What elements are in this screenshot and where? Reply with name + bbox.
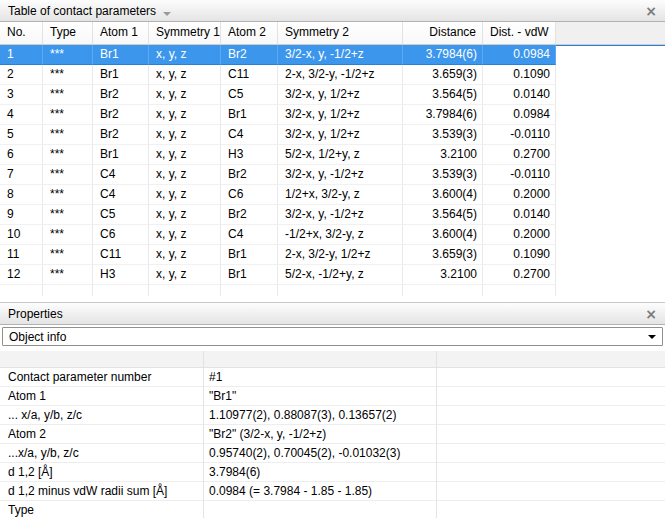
cell-symmetry2[interactable]: 2-x, 3/2-y, 1/2+z xyxy=(278,245,403,265)
cell-atom2[interactable]: C4 xyxy=(221,225,278,245)
cell-atom1[interactable]: C11 xyxy=(93,245,149,265)
cell-symmetry1[interactable]: x, y, z xyxy=(149,185,221,205)
table-row[interactable]: 4 *** Br2 x, y, z Br1 3/2-x, y, 1/2+z 3.… xyxy=(0,105,665,125)
cell-symmetry1[interactable]: x, y, z xyxy=(149,245,221,265)
cell-symmetry2[interactable]: 3/2-x, y, 1/2+z xyxy=(278,85,403,105)
cell-dist-vdw[interactable]: 0.2700 xyxy=(483,265,556,285)
column-header-symmetry1[interactable]: Symmetry 1 xyxy=(149,22,221,44)
cell-type[interactable]: *** xyxy=(43,85,93,105)
cell-atom2[interactable]: H3 xyxy=(221,145,278,165)
cell-atom1[interactable]: Br2 xyxy=(93,125,149,145)
table-row[interactable]: 2 *** Br1 x, y, z C11 2-x, 3/2-y, -1/2+z… xyxy=(0,65,665,85)
table-row[interactable]: 1 *** Br1 x, y, z Br2 3/2-x, y, -1/2+z 3… xyxy=(0,45,665,65)
cell-type[interactable]: *** xyxy=(43,125,93,145)
cell-type[interactable]: *** xyxy=(43,245,93,265)
cell-atom1[interactable]: H3 xyxy=(93,265,149,285)
cell-dist-vdw[interactable]: -0.0110 xyxy=(483,125,556,145)
cell-symmetry1[interactable]: x, y, z xyxy=(149,165,221,185)
cell-no[interactable]: 11 xyxy=(0,245,43,265)
chevron-down-icon[interactable] xyxy=(648,335,656,339)
cell-no[interactable]: 7 xyxy=(0,165,43,185)
cell-dist-vdw[interactable]: 0.0140 xyxy=(483,205,556,225)
contact-pane-caption[interactable]: Table of contact parameters × xyxy=(0,0,665,22)
table-row[interactable]: 3 *** Br2 x, y, z C5 3/2-x, y, 1/2+z 3.5… xyxy=(0,85,665,105)
cell-dist-vdw[interactable]: 0.2000 xyxy=(483,185,556,205)
cell-distance[interactable]: 3.2100 xyxy=(403,265,483,285)
cell-distance[interactable]: 3.539(3) xyxy=(403,125,483,145)
cell-no[interactable]: 10 xyxy=(0,225,43,245)
column-header-distance[interactable]: Distance xyxy=(403,22,483,44)
cell-symmetry2[interactable]: 5/2-x, -1/2+y, z xyxy=(278,265,403,285)
table-row[interactable]: 7 *** C4 x, y, z Br2 3/2-x, y, -1/2+z 3.… xyxy=(0,165,665,185)
cell-atom1[interactable]: Br1 xyxy=(93,45,149,65)
cell-symmetry2[interactable]: 2-x, 3/2-y, -1/2+z xyxy=(278,65,403,85)
cell-dist-vdw[interactable]: -0.0110 xyxy=(483,165,556,185)
cell-no[interactable]: 3 xyxy=(0,85,43,105)
cell-atom2[interactable]: C6 xyxy=(221,185,278,205)
object-info-dropdown[interactable]: Object info xyxy=(2,327,663,346)
column-header-no[interactable]: No. xyxy=(0,22,43,44)
cell-type[interactable]: *** xyxy=(43,265,93,285)
table-row[interactable]: 9 *** C5 x, y, z Br2 3/2-x, y, -1/2+z 3.… xyxy=(0,205,665,225)
cell-symmetry2[interactable]: 3/2-x, y, -1/2+z xyxy=(278,165,403,185)
cell-symmetry1[interactable]: x, y, z xyxy=(149,85,221,105)
column-header-dist-vdw[interactable]: Dist. - vdW xyxy=(483,22,556,44)
table-row[interactable]: 8 *** C4 x, y, z C6 1/2+x, 3/2-y, z 3.60… xyxy=(0,185,665,205)
cell-atom1[interactable]: C5 xyxy=(93,205,149,225)
cell-no[interactable]: 8 xyxy=(0,185,43,205)
cell-dist-vdw[interactable]: 0.0984 xyxy=(483,105,556,125)
cell-symmetry1[interactable]: x, y, z xyxy=(149,145,221,165)
cell-symmetry2[interactable]: 3/2-x, y, 1/2+z xyxy=(278,125,403,145)
cell-distance[interactable]: 3.659(3) xyxy=(403,65,483,85)
table-row[interactable]: 10 *** C6 x, y, z C4 -1/2+x, 3/2-y, z 3.… xyxy=(0,225,665,245)
cell-distance[interactable]: 3.564(5) xyxy=(403,205,483,225)
column-header-type[interactable]: Type xyxy=(43,22,93,44)
cell-atom1[interactable]: Br2 xyxy=(93,85,149,105)
cell-no[interactable]: 12 xyxy=(0,265,43,285)
cell-atom2[interactable]: Br1 xyxy=(221,265,278,285)
cell-symmetry2[interactable]: 3/2-x, y, 1/2+z xyxy=(278,105,403,125)
cell-atom1[interactable]: C4 xyxy=(93,185,149,205)
cell-symmetry1[interactable]: x, y, z xyxy=(149,125,221,145)
cell-distance[interactable]: 3.659(3) xyxy=(403,245,483,265)
table-row[interactable]: 5 *** Br2 x, y, z C4 3/2-x, y, 1/2+z 3.5… xyxy=(0,125,665,145)
column-header-atom1[interactable]: Atom 1 xyxy=(93,22,149,44)
cell-atom1[interactable]: Br2 xyxy=(93,105,149,125)
cell-dist-vdw[interactable]: 0.1090 xyxy=(483,245,556,265)
cell-distance[interactable]: 3.7984(6) xyxy=(403,45,483,65)
properties-pane-caption[interactable]: Properties × xyxy=(0,302,665,325)
cell-no[interactable]: 2 xyxy=(0,65,43,85)
cell-no[interactable]: 1 xyxy=(0,45,43,65)
cell-atom2[interactable]: C4 xyxy=(221,125,278,145)
cell-distance[interactable]: 3.600(4) xyxy=(403,225,483,245)
column-header-symmetry2[interactable]: Symmetry 2 xyxy=(278,22,403,44)
cell-no[interactable]: 6 xyxy=(0,145,43,165)
cell-symmetry1[interactable]: x, y, z xyxy=(149,65,221,85)
cell-symmetry2[interactable]: 3/2-x, y, -1/2+z xyxy=(278,45,403,65)
cell-distance[interactable]: 3.2100 xyxy=(403,145,483,165)
cell-symmetry2[interactable]: 1/2+x, 3/2-y, z xyxy=(278,185,403,205)
cell-type[interactable]: *** xyxy=(43,45,93,65)
cell-symmetry2[interactable]: 5/2-x, 1/2+y, z xyxy=(278,145,403,165)
cell-no[interactable]: 5 xyxy=(0,125,43,145)
table-row[interactable]: 6 *** Br1 x, y, z H3 5/2-x, 1/2+y, z 3.2… xyxy=(0,145,665,165)
cell-atom1[interactable]: Br1 xyxy=(93,145,149,165)
cell-atom2[interactable]: Br2 xyxy=(221,205,278,225)
cell-no[interactable]: 4 xyxy=(0,105,43,125)
cell-atom1[interactable]: C6 xyxy=(93,225,149,245)
cell-no[interactable]: 9 xyxy=(0,205,43,225)
cell-atom2[interactable]: C5 xyxy=(221,85,278,105)
close-icon[interactable]: × xyxy=(645,307,657,321)
cell-type[interactable]: *** xyxy=(43,65,93,85)
cell-dist-vdw[interactable]: 0.0140 xyxy=(483,85,556,105)
cell-atom2[interactable]: C11 xyxy=(221,65,278,85)
cell-atom2[interactable]: Br1 xyxy=(221,105,278,125)
cell-symmetry1[interactable]: x, y, z xyxy=(149,265,221,285)
cell-atom1[interactable]: C4 xyxy=(93,165,149,185)
cell-dist-vdw[interactable]: 0.0984 xyxy=(483,45,556,65)
table-row[interactable]: 12 *** H3 x, y, z Br1 5/2-x, -1/2+y, z 3… xyxy=(0,265,665,285)
caption-menu-arrow-icon[interactable] xyxy=(163,12,171,16)
cell-symmetry2[interactable]: -1/2+x, 3/2-y, z xyxy=(278,225,403,245)
cell-symmetry2[interactable]: 3/2-x, y, -1/2+z xyxy=(278,205,403,225)
cell-distance[interactable]: 3.564(5) xyxy=(403,85,483,105)
